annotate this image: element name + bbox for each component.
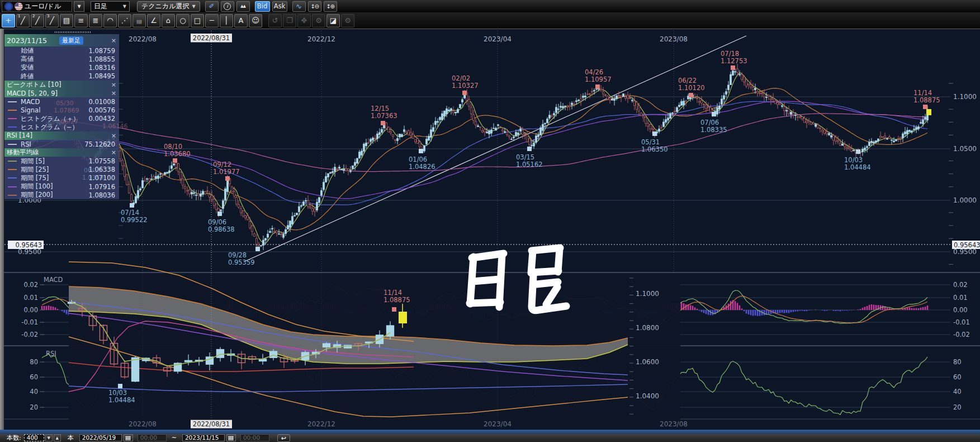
zoom-out-button[interactable]: ↕⊖ [308,1,321,12]
timeframe-select[interactable]: 日足 ▼ [91,1,130,12]
close-indicator-button[interactable]: × [111,132,117,139]
history-back-button[interactable]: ↺ [268,14,282,27]
panel-section-header: RSI [14]× [4,131,119,140]
close-indicator-button[interactable]: × [111,81,117,88]
svg-text:2023/04: 2023/04 [484,35,512,43]
bar-count-input[interactable]: 400 [24,434,44,441]
svg-text:1.06350: 1.06350 [641,145,668,153]
svg-text:0.98638: 0.98638 [208,225,235,233]
svg-text:20: 20 [30,403,38,411]
pan-hand-button[interactable]: ✥ [297,14,311,27]
fibonacci-arc-tool[interactable]: ◠ [103,14,117,27]
pencil-icon: ✐ [209,2,215,10]
svg-text:07/06: 07/06 [700,119,719,126]
settings-wrench-button[interactable]: ⚙ [312,14,325,27]
mountain-icon: ▲▲ [240,4,245,8]
chart-style-button[interactable]: ▲▲ [236,1,250,12]
svg-text:11/14: 11/14 [913,89,932,97]
pentagon-tool[interactable]: ⌂ [162,14,175,27]
svg-text:2023/08: 2023/08 [660,35,688,43]
svg-text:0.00: 0.00 [23,306,38,314]
technical-select[interactable]: テクニカル選択 ▼ [137,1,200,12]
pair-dropdown-button[interactable]: ▼ [74,1,84,12]
svg-text:1.07363: 1.07363 [371,112,397,120]
ask-button[interactable]: Ask [272,1,287,12]
bid-button[interactable]: Bid [255,1,270,12]
ellipse-tool[interactable]: ○ [176,14,190,27]
svg-text:2023/08: 2023/08 [660,420,688,428]
info-button[interactable]: i [221,1,234,12]
svg-text:07/14: 07/14 [121,209,139,217]
gann-fan-tool[interactable]: ∠ [147,14,160,27]
svg-text:80: 80 [30,358,38,366]
svg-text:1.1000: 1.1000 [636,290,659,298]
svg-text:2022/08/31: 2022/08/31 [193,34,230,42]
info-icon: i [224,3,231,10]
indicator-row: 終値1.08495 [4,72,119,81]
crosshair-tool[interactable]: + [2,14,15,27]
ruler-tool[interactable]: ▤ [60,14,73,27]
panel-drag-handle[interactable] [55,31,91,33]
rectangle-tool[interactable]: □ [191,14,204,27]
pair-label: ユーロ/ドル [25,2,61,11]
svg-text:1.1000: 1.1000 [953,93,977,101]
reset-range-button[interactable]: ↩ [277,434,290,442]
zoomed-chart-overlay[interactable]: 11/141.0887510/031.044841.10001.08001.06… [68,262,681,420]
from-date-calendar-button[interactable] [124,434,133,441]
svg-text:09/06: 09/06 [208,218,226,226]
fibonacci-retracement-tool[interactable]: ≡ [74,14,88,27]
vertical-line-tool[interactable]: │ [220,14,233,27]
trendline-2-tool[interactable]: ╱2 [31,14,44,27]
icon-stamp-tool[interactable]: ☺ [249,14,262,27]
parallel-lines-tool[interactable]: ≣ [89,14,102,27]
close-indicator-button[interactable]: × [111,90,117,97]
indicator-row: 始値1.08759 [4,46,119,55]
svg-text:11/14: 11/14 [384,289,402,297]
close-indicator-button[interactable]: × [111,37,117,44]
main-chart-canvas[interactable]: 07/140.9952208/101.0368009/121.0197709/0… [0,29,980,430]
trendline-3-tool[interactable]: ╱3 [45,14,59,27]
svg-text:MACD: MACD [44,276,63,284]
zoom-in-button[interactable]: ↕⊕ [324,1,337,12]
trendline-1-tool[interactable]: ╱1 [16,14,30,27]
duplicate-button[interactable]: ❐ [283,14,296,27]
svg-text:1.04484: 1.04484 [844,163,871,171]
indicator-row: 期間 [5]1.07558 [4,157,119,165]
indicator-row: 期間 [200]1.08036 [4,191,119,199]
window-left-border [0,29,4,430]
properties-button[interactable]: ⚙ [341,14,354,27]
bar-count-label: 本数: [7,434,21,442]
from-date-field[interactable]: 2022/05/19 [79,434,122,441]
ghost-annotation: 05/30 [56,100,74,107]
svg-text:1.03680: 1.03680 [164,150,191,158]
fibonacci-timezone-tool[interactable]: |||| [132,14,146,27]
panel-section-header: 移動平均線× [4,148,119,157]
svg-text:1.05162: 1.05162 [516,161,543,168]
svg-text:40: 40 [30,388,38,396]
svg-text:20: 20 [953,403,962,411]
text-tool[interactable]: A [234,14,248,27]
draw-tool-button[interactable]: ✐ [205,1,219,12]
bar-count-down-button[interactable]: ▼ [45,434,53,441]
tick-chart-button[interactable]: ∿ [292,1,306,12]
to-date-field[interactable]: 2023/11/15 [182,434,225,441]
eraser-button[interactable]: ◪ [326,14,340,27]
svg-text:01/06: 01/06 [409,156,427,163]
svg-text:0.9500: 0.9500 [953,248,977,256]
svg-text:2022/08/31: 2022/08/31 [193,420,230,428]
panel-section-header: MACD [5, 20, 9]× [4,89,119,97]
close-indicator-button[interactable]: × [111,149,117,156]
svg-text:-0.01: -0.01 [21,318,38,326]
to-time-field: 00:00 [240,434,269,441]
indicator-row: 安値1.08316 [4,63,119,72]
fibonacci-fan-tool[interactable]: ⋰ [118,14,131,27]
svg-text:60: 60 [953,373,962,381]
svg-text:09/12: 09/12 [213,161,231,168]
waveform-icon: ∿ [296,2,302,11]
horizontal-line-tool[interactable]: ─ [205,14,219,27]
to-date-calendar-button[interactable] [226,434,236,441]
pair-selector[interactable]: ユーロ/ドル [2,1,72,12]
svg-text:1.0400: 1.0400 [636,392,659,400]
indicator-row: 期間 [100]1.07916 [4,182,119,191]
bar-count-up-button[interactable]: ▲ [54,434,61,441]
